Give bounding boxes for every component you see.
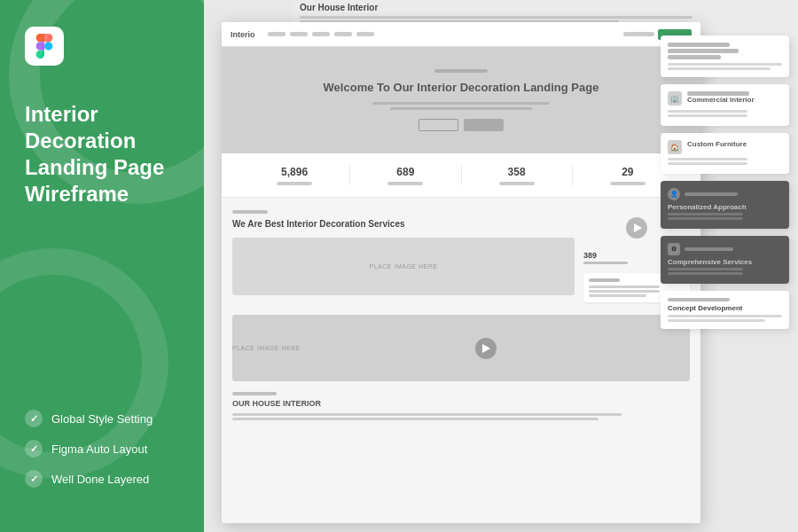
wf-nav-link-5 <box>356 32 374 36</box>
wf-stat-num-3: 358 <box>508 166 526 178</box>
wf-navbar: Interio <box>222 22 700 47</box>
wf-hero-desc-2 <box>390 107 532 110</box>
wf-nav-link-2 <box>290 32 308 36</box>
wf-nav-link-4 <box>334 32 352 36</box>
wf-bottom-tag <box>232 392 277 395</box>
wf-nav-link-1 <box>268 32 286 36</box>
wf-play-icon <box>634 223 642 232</box>
top-bg-title: Our House Interior <box>300 3 791 12</box>
wf-stats-bar: 5,896 689 358 29 <box>222 153 700 198</box>
left-panel: Interior Decoration Landing Page Wirefra… <box>0 0 204 532</box>
wf-stat-label-1 <box>277 182 312 185</box>
wf-card-tag <box>589 278 620 282</box>
rc-comprehensive-card: ⚙ Comprehensive Services <box>661 236 789 284</box>
wf-video-play-btn[interactable] <box>475 338 497 359</box>
rc-furniture-icon: 🏠 <box>668 140 682 154</box>
feature-label-2: Figma Auto Layout <box>51 442 147 456</box>
wf-placeholder-text: PLACE IMAGE HERE <box>370 263 438 270</box>
wf-hero-buttons <box>419 119 504 131</box>
wf-bottom-title: OUR HOUSE INTERIOR <box>232 399 690 408</box>
rc-commercial-line-1 <box>668 110 747 113</box>
wf-image-placeholder: PLACE IMAGE HERE <box>232 238 575 295</box>
wf-stat-num-1: 5,896 <box>281 166 308 178</box>
rc-commercial-header: 🏢 Commercial Interior <box>668 91 782 106</box>
wf-bottom-line-2 <box>232 418 598 420</box>
check-icon-2 <box>25 440 43 458</box>
rc-comp-line-1 <box>668 268 743 270</box>
right-panel: Our House Interior Interio Welcome To Ou… <box>204 0 798 532</box>
wf-stat-label-3 <box>499 182 535 185</box>
wf-card-line-2 <box>589 290 660 293</box>
rc-pers-icon: 👤 <box>668 188 680 200</box>
top-bg-line-1 <box>300 16 692 19</box>
rc-exp-desc-1 <box>668 63 782 66</box>
wf-stat-num-2: 689 <box>396 166 414 178</box>
wf-stat-3: 358 <box>462 166 573 185</box>
rc-personalized-card: 👤 Personalized Approach <box>661 181 789 229</box>
wf-services-title: We Are Best Interior Decoration Services <box>232 218 575 231</box>
rc-comp-header: ⚙ <box>668 243 782 255</box>
rc-pers-line-1 <box>668 213 743 215</box>
wf-nav-link-3 <box>312 32 330 36</box>
rc-pers-label: Personalized Approach <box>668 203 782 211</box>
wf-bottom-lines <box>232 413 690 420</box>
rc-exp-line-1 <box>668 43 730 47</box>
wf-services-tag <box>232 210 268 214</box>
wf-card-line-1 <box>589 286 660 288</box>
check-icon-3 <box>25 470 43 488</box>
feature-item-3: Well Done Layered <box>25 470 179 488</box>
wf-stat-2: 689 <box>350 166 461 185</box>
wf-phone <box>623 32 654 36</box>
main-title: Interior Decoration Landing Page Wirefra… <box>25 101 179 207</box>
wf-hero-btn-2[interactable] <box>464 119 504 131</box>
feature-item-2: Figma Auto Layout <box>25 440 179 458</box>
rc-furniture-label: Custom Furniture <box>687 140 747 148</box>
wf-stat-mini-label <box>583 262 628 264</box>
wf-hero-subtitle <box>434 69 488 73</box>
figma-logo <box>25 27 64 66</box>
wf-bottom-line-1 <box>232 413 622 416</box>
wf-hero-desc-1 <box>372 102 550 105</box>
feature-item-1: Global Style Setting <box>25 410 179 427</box>
wf-services-section: We Are Best Interior Decoration Services… <box>222 198 700 315</box>
wf-video-text: PLACE IMAGE HERE <box>232 345 301 351</box>
rc-commercial-card: 🏢 Commercial Interior <box>661 84 789 126</box>
wf-stat-label-4 <box>610 182 645 185</box>
feature-label-1: Global Style Setting <box>51 412 153 426</box>
rc-commercial-icon: 🏢 <box>668 91 682 106</box>
rc-furniture-header: 🏠 Custom Furniture <box>668 140 782 154</box>
wf-nav-links <box>268 32 616 36</box>
wf-logo: Interio <box>231 30 255 39</box>
main-wireframe-page: Interio Welcome To Our Interior Decorati… <box>222 22 700 523</box>
rc-comp-label: Comprehensive Services <box>668 258 782 266</box>
wf-hero-title: Welcome To Our Interior Decoration Landi… <box>324 80 599 96</box>
feature-label-3: Well Done Layered <box>51 473 149 486</box>
rc-exp-line-3 <box>668 55 721 59</box>
wf-hero: Welcome To Our Interior Decoration Landi… <box>222 47 700 153</box>
wf-play-button[interactable] <box>626 217 647 239</box>
wf-video-play-icon <box>482 344 490 353</box>
features-list: Global Style Setting Figma Auto Layout W… <box>25 410 179 505</box>
wf-stat-num-4: 29 <box>622 166 633 178</box>
rc-concept-title: Concept Development <box>668 304 782 312</box>
rc-furniture-card: 🏠 Custom Furniture <box>661 133 789 174</box>
rc-comp-title-bar <box>685 247 733 251</box>
rc-furniture-line-2 <box>668 162 747 165</box>
wf-card-line-3 <box>589 294 646 297</box>
rc-pers-header: 👤 <box>668 188 782 200</box>
wf-stat-label-2 <box>387 182 423 185</box>
wf-hero-btn-1[interactable] <box>419 119 458 131</box>
rc-experience-card <box>661 35 789 77</box>
rc-comp-icon: ⚙ <box>668 243 680 255</box>
rc-furniture-line-1 <box>668 158 747 160</box>
rc-commercial-label: Commercial Interior <box>687 96 755 104</box>
rc-concept-line-1 <box>668 315 782 317</box>
rc-concept-tag <box>668 298 730 301</box>
rc-exp-desc-2 <box>668 67 771 70</box>
rc-comp-line-2 <box>668 272 743 275</box>
rc-commercial-line-2 <box>668 114 747 117</box>
wf-video-section: PLACE IMAGE HERE HERE <box>232 315 690 381</box>
rc-pers-line-2 <box>668 217 743 220</box>
wf-stat-1: 5,896 <box>239 166 350 185</box>
rc-exp-line-2 <box>668 49 739 53</box>
